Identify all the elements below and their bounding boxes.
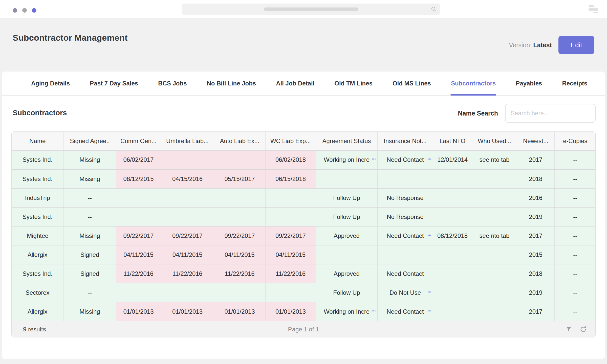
table-cell-comm-gen: 06/02/2017 bbox=[116, 150, 161, 169]
table-cell-last-nto bbox=[433, 283, 472, 302]
top-bar bbox=[0, 0, 607, 18]
table-cell-comm-gen: 09/22/2017 bbox=[116, 226, 161, 245]
table-cell-last-nto: 08/12/2018 bbox=[433, 226, 472, 245]
table-cell-insurance-not: Need Contact··· bbox=[377, 150, 433, 169]
table-cell-umbrella-liab bbox=[161, 283, 214, 302]
table-row: MightecMissing09/22/201709/22/201709/22/… bbox=[12, 226, 596, 245]
table-cell-signed-agree: -- bbox=[63, 283, 116, 302]
table-cell-auto-liab-ex: 11/22/2016 bbox=[214, 264, 265, 283]
table-cell-newest: 2018 bbox=[517, 264, 554, 283]
table-cell-umbrella-liab: 01/01/2013 bbox=[161, 302, 214, 321]
tab-old-ms-lines[interactable]: Old MS Lines bbox=[392, 72, 431, 95]
table-cell-wc-liab-exp bbox=[265, 207, 316, 226]
table-cell-who-used: see nto tab bbox=[472, 226, 517, 245]
table-cell-insurance-not: No Response bbox=[377, 207, 433, 226]
page-header: Subcontractor Management Version:Latest … bbox=[0, 18, 607, 72]
table-cell-insurance-not bbox=[377, 169, 433, 188]
table-cell-umbrella-liab bbox=[161, 207, 214, 226]
table-row: Systes Ind.Missing08/12/201504/15/201605… bbox=[12, 169, 596, 188]
table-cell-e-copies: -- bbox=[554, 207, 596, 226]
tab-all-job-detail[interactable]: All Job Detail bbox=[275, 72, 315, 95]
table-cell-signed-agree: Missing bbox=[63, 150, 116, 169]
table-cell-newest: 2017 bbox=[517, 226, 554, 245]
table-cell-e-copies: -- bbox=[554, 302, 596, 321]
table-cell-auto-liab-ex bbox=[214, 188, 265, 207]
table-cell-insurance-not bbox=[377, 245, 433, 264]
refresh-button[interactable] bbox=[579, 325, 588, 334]
table-cell-agreement-status: Follow Up bbox=[316, 207, 377, 226]
tab-receipts[interactable]: Receipts bbox=[561, 72, 588, 95]
cell-overflow-ellipsis[interactable]: ··· bbox=[427, 231, 431, 238]
table-cell-umbrella-liab: 04/15/2016 bbox=[161, 169, 214, 188]
table-cell-auto-liab-ex: 01/01/2013 bbox=[214, 302, 265, 321]
table-row: AllergixSigned04/11/201504/11/201504/11/… bbox=[12, 245, 596, 264]
table-cell-agreement-status bbox=[316, 245, 377, 264]
table-header-row: NameSigned Agree..Comm Gen...Umbrella Li… bbox=[12, 132, 596, 150]
version-text: Version:Latest bbox=[509, 41, 552, 49]
table-cell-newest: 2015 bbox=[517, 245, 554, 264]
table-footer: 9 results Page 1 of 1 bbox=[12, 321, 595, 337]
version-value: Latest bbox=[533, 41, 552, 49]
name-search-input[interactable] bbox=[505, 104, 596, 123]
table-cell-newest: 2017 bbox=[517, 302, 554, 321]
table-cell-e-copies: -- bbox=[554, 150, 596, 169]
cell-overflow-ellipsis[interactable]: ··· bbox=[427, 288, 431, 295]
cell-overflow-ellipsis[interactable]: ··· bbox=[372, 307, 376, 314]
table-row: Systes Ind.Signed11/22/201611/22/201611/… bbox=[12, 264, 596, 283]
tabs: Aging DetailsPast 7 Day SalesBCS JobsNo … bbox=[2, 72, 605, 96]
browser-search-bar[interactable] bbox=[182, 4, 440, 15]
search-icon bbox=[430, 6, 437, 13]
table-cell-comm-gen bbox=[116, 188, 161, 207]
table-cell-signed-agree: -- bbox=[63, 188, 116, 207]
cell-overflow-ellipsis[interactable]: ··· bbox=[427, 307, 431, 314]
table-cell-auto-liab-ex bbox=[214, 207, 265, 226]
tab-no-bill-line-jobs[interactable]: No Bill Line Jobs bbox=[206, 72, 257, 95]
table-cell-last-nto bbox=[433, 302, 472, 321]
table-cell-umbrella-liab bbox=[161, 188, 214, 207]
table-cell-auto-liab-ex: 09/22/2017 bbox=[214, 226, 265, 245]
table-row: Systes Ind.--Follow UpNo Response2019-- bbox=[12, 207, 596, 226]
table-cell-e-copies: -- bbox=[554, 245, 596, 264]
window-dot-3[interactable] bbox=[32, 8, 36, 13]
table-cell-last-nto bbox=[433, 169, 472, 188]
tab-old-tm-lines[interactable]: Old TM Lines bbox=[334, 72, 373, 95]
window-dot-1[interactable] bbox=[13, 8, 17, 13]
table-cell-newest: 2019 bbox=[517, 207, 554, 226]
column-header-signed-agree: Signed Agree.. bbox=[63, 132, 116, 150]
table-cell-e-copies: -- bbox=[554, 226, 596, 245]
cell-overflow-ellipsis[interactable]: ··· bbox=[427, 155, 431, 163]
column-header-newest: Newest... bbox=[517, 132, 554, 150]
table-cell-wc-liab-exp: 11/22/2016 bbox=[265, 264, 316, 283]
column-header-who-used: Who Used... bbox=[472, 132, 517, 150]
window-dot-2[interactable] bbox=[22, 8, 27, 13]
column-header-agreement-status: Agreement Status bbox=[316, 132, 377, 150]
subcontractors-table: NameSigned Agree..Comm Gen...Umbrella Li… bbox=[11, 131, 596, 337]
filter-button[interactable] bbox=[564, 325, 573, 334]
edit-button[interactable]: Edit bbox=[558, 36, 594, 54]
table-cell-name: Systes Ind. bbox=[12, 207, 63, 226]
table-cell-comm-gen bbox=[116, 207, 161, 226]
table-cell-who-used bbox=[472, 207, 517, 226]
table-cell-who-used bbox=[472, 283, 517, 302]
tab-past-7-day-sales[interactable]: Past 7 Day Sales bbox=[89, 72, 139, 95]
tab-subcontractors[interactable]: Subcontractors bbox=[450, 72, 496, 95]
cell-overflow-ellipsis[interactable]: ··· bbox=[372, 155, 376, 163]
app-logo-redacted bbox=[589, 5, 598, 13]
table-cell-signed-agree: -- bbox=[63, 207, 116, 226]
section-header: Subcontractors Name Search bbox=[2, 96, 605, 131]
table-cell-name: Sectorex bbox=[12, 283, 63, 302]
filter-icon bbox=[565, 330, 572, 333]
tab-bcs-jobs[interactable]: BCS Jobs bbox=[158, 72, 187, 95]
table-cell-signed-agree: Missing bbox=[63, 226, 116, 245]
table-cell-wc-liab-exp bbox=[265, 188, 316, 207]
tab-payables[interactable]: Payables bbox=[515, 72, 543, 95]
table-cell-last-nto: 12/01/2014 bbox=[433, 150, 472, 169]
table-cell-wc-liab-exp: 06/15/2018 bbox=[265, 169, 316, 188]
table-cell-last-nto bbox=[433, 245, 472, 264]
table-cell-e-copies: -- bbox=[554, 188, 596, 207]
column-header-name: Name bbox=[12, 132, 63, 150]
table-cell-wc-liab-exp: 01/01/2013 bbox=[265, 302, 316, 321]
table-cell-last-nto bbox=[433, 188, 472, 207]
table-cell-signed-agree: Missing bbox=[63, 302, 116, 321]
tab-aging-details[interactable]: Aging Details bbox=[31, 72, 70, 95]
